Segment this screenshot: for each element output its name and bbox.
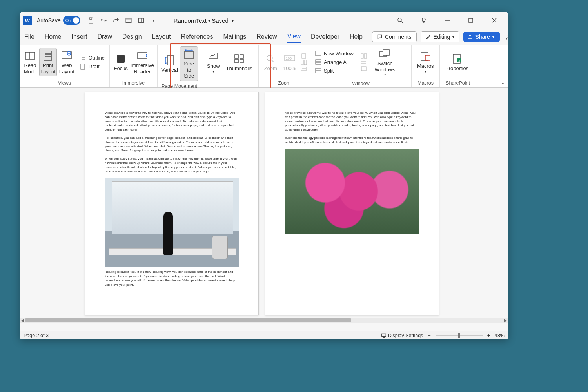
web-layout-label: Web Layout: [59, 62, 74, 74]
tab-help[interactable]: Help: [349, 31, 363, 43]
print-layout-button[interactable]: Print Layout: [39, 48, 57, 76]
tab-developer[interactable]: Developer: [310, 31, 340, 43]
svg-rect-19: [81, 64, 85, 69]
zoom-in-icon[interactable]: +: [487, 333, 490, 338]
page1-image-office: [105, 178, 239, 267]
web-layout-button[interactable]: Web Layout: [58, 48, 75, 76]
read-mode-button[interactable]: Read Mode: [23, 48, 38, 76]
tab-home[interactable]: Home: [44, 31, 62, 43]
tab-references[interactable]: References: [180, 31, 214, 43]
maximize-icon[interactable]: [467, 16, 475, 24]
tab-file[interactable]: File: [24, 31, 35, 43]
vertical-icon: [163, 54, 176, 66]
focus-button[interactable]: Focus: [113, 51, 129, 73]
svg-rect-30: [240, 59, 243, 63]
tab-layout[interactable]: Layout: [151, 31, 172, 43]
svg-rect-27: [235, 55, 238, 58]
print-layout-label: Print Layout: [40, 62, 56, 74]
zoom-percent[interactable]: 48%: [495, 333, 505, 338]
tab-design[interactable]: Design: [122, 31, 143, 43]
lightbulb-icon[interactable]: [420, 16, 428, 24]
document-title[interactable]: RandomText • Saved ▾: [174, 17, 234, 24]
svg-rect-28: [240, 55, 243, 58]
autosave-control[interactable]: AutoSave On: [37, 16, 80, 25]
ribbon-tabs: File Home Insert Draw Design Layout Refe…: [20, 29, 508, 45]
outline-button[interactable]: Outline: [78, 54, 106, 62]
autosave-toggle[interactable]: On: [63, 16, 80, 25]
svg-rect-37: [304, 60, 307, 65]
tab-view[interactable]: View: [287, 31, 301, 43]
share-button[interactable]: Share ▾: [463, 32, 499, 42]
ribbon-collapse-icon[interactable]: ⌄: [500, 78, 505, 86]
page-1[interactable]: Video provides a powerful way to help yo…: [85, 92, 259, 315]
arrange-all-button[interactable]: Arrange All: [314, 58, 355, 66]
immersive-reader-button[interactable]: Immersive Reader: [131, 48, 154, 76]
doc-sep: •: [208, 17, 210, 24]
ribbon-group-show: Show▾ Thumbnails: [201, 45, 259, 87]
comments-label: Comments: [385, 34, 412, 40]
switch-windows-button[interactable]: Switch Windows▾: [372, 46, 398, 78]
vertical-button[interactable]: Vertical: [161, 53, 178, 75]
share-icon: [467, 34, 473, 40]
tab-mailings[interactable]: Mailings: [223, 31, 247, 43]
tab-draw[interactable]: Draw: [96, 31, 113, 43]
new-window-button[interactable]: New Window: [314, 50, 355, 58]
minimize-icon[interactable]: [443, 16, 451, 24]
zoom-group-label: Zoom: [259, 80, 310, 87]
qat-icon[interactable]: [125, 17, 132, 24]
account-icon[interactable]: [505, 33, 508, 41]
comments-button[interactable]: Comments: [372, 31, 417, 42]
autosave-on-label: On: [65, 18, 71, 23]
qat-more-icon[interactable]: ▾: [150, 17, 157, 24]
display-settings-icon: [381, 333, 387, 338]
show-group-label: [201, 80, 258, 87]
svg-rect-36: [301, 60, 303, 65]
macros-button[interactable]: Macros▾: [415, 49, 436, 75]
redo-icon[interactable]: [113, 17, 120, 24]
doc-name: RandomText: [174, 17, 207, 24]
web-layout-icon: [60, 50, 73, 62]
svg-point-9: [508, 34, 508, 36]
document-area[interactable]: Video provides a powerful way to help yo…: [20, 88, 508, 331]
ribbon-group-zoom: Zoom 100100% Zoom: [259, 45, 310, 87]
svg-rect-50: [425, 55, 430, 61]
focus-label: Focus: [114, 65, 128, 72]
macros-group-label: Macros: [412, 80, 439, 87]
draft-label: Draft: [89, 64, 100, 69]
undo-icon[interactable]: ▾: [100, 17, 107, 24]
read-mode-icon: [24, 50, 36, 62]
pages-container: Video provides a powerful way to help yo…: [85, 92, 439, 315]
word-app-icon: W: [23, 16, 32, 25]
scroll-right-icon[interactable]: ▶: [503, 318, 508, 323]
qat-icon-2[interactable]: [138, 17, 145, 24]
split-button[interactable]: Split: [314, 67, 355, 75]
zoom-slider[interactable]: [436, 335, 483, 336]
page-indicator[interactable]: Page 2 of 3: [24, 333, 49, 338]
side-to-side-label: Side to Side: [183, 61, 195, 79]
editing-button[interactable]: Editing ▾: [421, 31, 460, 42]
scroll-left-icon[interactable]: ◀: [20, 318, 25, 323]
toggle-knob: [73, 17, 79, 24]
horizontal-scrollbar[interactable]: ◀ ▶: [20, 318, 508, 323]
search-icon[interactable]: [396, 16, 404, 24]
scroll-thumb[interactable]: [25, 318, 351, 322]
close-icon[interactable]: [490, 16, 498, 24]
zoom-100-button: 100100%: [281, 51, 299, 73]
window-group-label: Window: [310, 80, 411, 88]
new-window-label: New Window: [324, 51, 354, 56]
properties-button[interactable]: SProperties: [443, 51, 471, 73]
display-settings-button[interactable]: Display Settings: [381, 333, 423, 338]
tab-review[interactable]: Review: [256, 31, 278, 43]
thumbnails-button[interactable]: Thumbnails: [224, 51, 255, 73]
save-icon[interactable]: [87, 17, 94, 24]
page-2[interactable]: Video provides a powerful way to help yo…: [265, 92, 439, 315]
page1-para3: When you apply styles, your headings cha…: [105, 157, 239, 174]
new-window-icon: [315, 51, 321, 57]
split-label: Split: [324, 68, 334, 74]
svg-text:100: 100: [286, 56, 292, 60]
show-button[interactable]: Show▾: [205, 49, 222, 75]
zoom-out-icon[interactable]: −: [428, 333, 430, 338]
side-to-side-button[interactable]: Side to Side: [180, 46, 198, 81]
tab-insert[interactable]: Insert: [71, 31, 88, 43]
draft-button[interactable]: Draft: [78, 63, 106, 71]
